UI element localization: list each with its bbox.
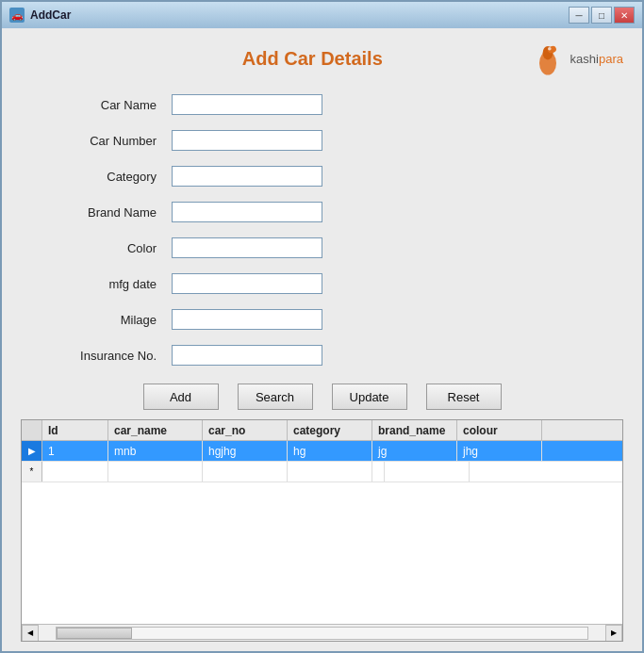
search-button[interactable]: Search [238, 384, 313, 410]
insurance-input[interactable] [172, 345, 322, 366]
update-button[interactable]: Update [332, 384, 407, 410]
color-input[interactable] [172, 237, 322, 258]
insurance-row: Insurance No. [21, 340, 623, 370]
cell-category-empty [288, 462, 372, 482]
cell-category: hg [288, 441, 372, 461]
buttons-row: Add Search Update Reset [21, 384, 623, 410]
cell-car-no-empty [203, 462, 288, 482]
cell-id: 1 [42, 441, 108, 461]
category-label: Category [21, 170, 172, 184]
header-row: Add Car Details kashipara [21, 38, 623, 80]
window-title: AddCar [30, 8, 569, 22]
logo-para: para [599, 52, 623, 66]
car-number-label: Car Number [21, 134, 172, 148]
window-controls: ─ □ ✕ [569, 7, 635, 24]
car-name-row: Car Name [21, 90, 623, 120]
add-button[interactable]: Add [143, 384, 219, 410]
scrollbar-track[interactable] [56, 627, 588, 640]
grid-header-colour: colour [457, 420, 542, 440]
maximize-button[interactable]: □ [591, 7, 612, 24]
reset-button[interactable]: Reset [426, 384, 502, 410]
car-name-label: Car Name [21, 98, 172, 112]
title-bar: 🚗 AddCar ─ □ ✕ [2, 2, 642, 28]
cell-car-name: mnb [108, 441, 203, 461]
insurance-label: Insurance No. [21, 349, 172, 363]
new-row-marker: * [22, 462, 42, 482]
window-icon: 🚗 [9, 8, 25, 23]
cell-colour: jhg [457, 441, 542, 461]
content-area: Add Car Details kashipara Car Name [2, 28, 642, 651]
grid-header: Id car_name car_no category brand_name c… [22, 420, 622, 441]
grid-header-arrow [22, 420, 42, 440]
cell-brand-name: jg [372, 441, 457, 461]
category-row: Category [21, 161, 623, 191]
color-label: Color [21, 241, 172, 255]
mfg-date-label: mfg date [21, 277, 172, 291]
mfg-date-input[interactable] [172, 273, 322, 294]
grid-header-brand: brand_name [372, 420, 457, 440]
mfg-date-row: mfg date [21, 269, 623, 299]
milage-input[interactable] [172, 309, 322, 330]
car-number-row: Car Number [21, 125, 623, 155]
logo: kashipara [529, 38, 623, 80]
milage-label: Milage [21, 313, 172, 327]
grid-header-car-name: car_name [108, 420, 203, 440]
grid-header-id: Id [42, 420, 108, 440]
grid-header-car-no: car_no [203, 420, 288, 440]
form-body: Car Name Car Number Category Brand Name … [21, 90, 623, 370]
main-window: 🚗 AddCar ─ □ ✕ Add Car Details [0, 0, 644, 653]
logo-kashi: kashi [570, 52, 599, 66]
car-name-input[interactable] [172, 94, 322, 115]
scroll-left-button[interactable]: ◀ [22, 625, 39, 642]
scrollbar-thumb[interactable] [57, 628, 132, 639]
svg-point-3 [548, 47, 552, 51]
brand-name-input[interactable] [172, 202, 322, 222]
close-button[interactable]: ✕ [614, 7, 635, 24]
logo-icon [529, 38, 567, 80]
milage-row: Milage [21, 304, 623, 335]
grid-header-category: category [288, 420, 372, 440]
row-arrow-icon: ▶ [22, 441, 42, 461]
cell-brand-name-empty [372, 462, 385, 482]
brand-name-row: Brand Name [21, 197, 623, 227]
car-number-input[interactable] [172, 130, 322, 151]
cell-car-name-empty [108, 462, 203, 482]
grid-body: ▶ 1 mnb hgjhg hg jg jhg * [22, 441, 622, 624]
data-grid: Id car_name car_no category brand_name c… [21, 419, 623, 642]
cell-id-empty [42, 462, 108, 482]
table-row[interactable]: ▶ 1 mnb hgjhg hg jg jhg [22, 441, 622, 462]
horizontal-scrollbar[interactable]: ◀ ▶ [22, 624, 622, 641]
minimize-button[interactable]: ─ [569, 7, 589, 24]
color-row: Color [21, 233, 623, 263]
scroll-right-button[interactable]: ▶ [605, 625, 622, 642]
cell-car-no: hgjhg [203, 441, 288, 461]
cell-colour-empty [385, 462, 470, 482]
form-title: Add Car Details [96, 48, 529, 70]
brand-name-label: Brand Name [21, 205, 172, 220]
category-input[interactable] [172, 166, 322, 187]
logo-text: kashipara [570, 52, 623, 66]
table-row[interactable]: * [22, 462, 622, 482]
